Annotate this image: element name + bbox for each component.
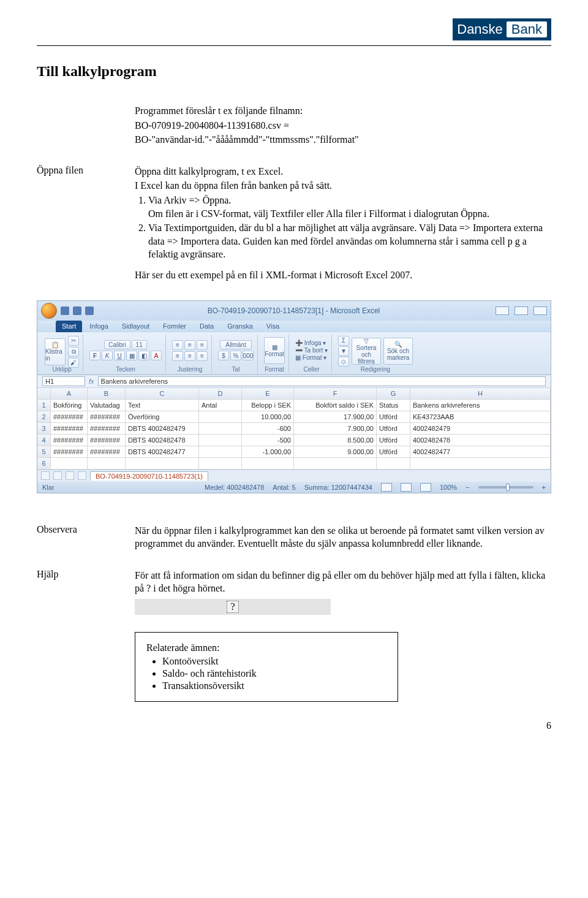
underline-button[interactable]: U xyxy=(114,351,125,360)
bold-button[interactable]: F xyxy=(89,351,100,360)
autosum-icon[interactable]: Σ xyxy=(338,336,349,346)
cell[interactable]: ######## xyxy=(88,411,126,422)
zoom-in-icon[interactable]: + xyxy=(542,484,546,491)
sheet-nav-prev[interactable] xyxy=(53,471,62,480)
currency-icon[interactable]: $ xyxy=(218,351,229,360)
cell[interactable]: KE43723AAB xyxy=(410,411,551,422)
cell[interactable]: 7.900,00 xyxy=(294,423,377,434)
cell[interactable]: DBTS 4002482478 xyxy=(126,435,199,446)
cell[interactable] xyxy=(410,458,551,469)
col-E[interactable]: E xyxy=(242,388,294,399)
cell[interactable]: DBTS 4002482477 xyxy=(126,446,199,457)
align-center-icon[interactable]: ≡ xyxy=(184,351,195,361)
cell[interactable] xyxy=(377,458,410,469)
help-icon[interactable]: ? xyxy=(227,601,239,613)
col-F[interactable]: F xyxy=(294,388,377,399)
cell[interactable]: 4002482478 xyxy=(410,435,551,446)
copy-icon[interactable]: ⧉ xyxy=(68,347,79,357)
cell[interactable]: Valutadag xyxy=(88,400,126,411)
view-pagebreak-icon[interactable] xyxy=(420,483,431,492)
find-select-button[interactable]: 🔍Sök och markera xyxy=(383,338,413,365)
cell[interactable]: Bankens arkivreferens xyxy=(410,400,551,411)
cell[interactable]: Utförd xyxy=(377,411,410,422)
tab-formler[interactable]: Formler xyxy=(157,321,192,332)
format-as-table-button[interactable]: ▦Format xyxy=(264,337,285,364)
cell[interactable]: ######## xyxy=(51,446,88,457)
cell[interactable] xyxy=(199,423,242,434)
cell[interactable]: 4002482477 xyxy=(410,446,551,457)
col-B[interactable]: B xyxy=(88,388,126,399)
sheet-nav-last[interactable] xyxy=(78,471,86,480)
minimize-button[interactable] xyxy=(496,306,509,315)
cell[interactable] xyxy=(88,458,126,469)
fill-icon[interactable]: ▼ xyxy=(338,346,349,356)
cell[interactable] xyxy=(199,435,242,446)
qat-undo-icon[interactable] xyxy=(73,306,81,315)
cell[interactable]: ######## xyxy=(88,435,126,446)
cell[interactable]: 8.500,00 xyxy=(294,435,377,446)
cell[interactable] xyxy=(242,458,294,469)
align-left-icon[interactable]: ≡ xyxy=(172,351,183,361)
fx-icon[interactable]: fx xyxy=(89,378,94,385)
col-A[interactable]: A xyxy=(51,388,88,399)
cell[interactable]: 17.900,00 xyxy=(294,411,377,422)
cell[interactable]: ######## xyxy=(88,423,126,434)
sheet-tab[interactable]: BO-704919-20090710-11485723(1) xyxy=(90,471,208,481)
paste-button[interactable]: 📋Klistra in xyxy=(45,338,66,365)
sheet-nav-first[interactable] xyxy=(41,471,50,480)
tab-start[interactable]: Start xyxy=(56,321,82,332)
cells-insert[interactable]: ➕ Infoga ▾ xyxy=(295,340,326,346)
cells-format[interactable]: ▦ Format ▾ xyxy=(295,354,326,361)
tab-data[interactable]: Data xyxy=(194,321,220,332)
row-header[interactable]: 2 xyxy=(37,411,51,422)
tab-infoga[interactable]: Infoga xyxy=(83,321,115,332)
border-button[interactable]: ▦ xyxy=(126,351,137,360)
cell[interactable]: Bokfört saldo i SEK xyxy=(294,400,377,411)
row-header[interactable]: 6 xyxy=(37,458,51,469)
formula-input[interactable]: Bankens arkivreferens xyxy=(98,376,546,386)
zoom-out-icon[interactable]: − xyxy=(466,484,469,491)
cell[interactable]: Utförd xyxy=(377,423,410,434)
view-normal-icon[interactable] xyxy=(381,483,392,492)
cell[interactable]: Status xyxy=(377,400,410,411)
cell[interactable]: -500 xyxy=(242,435,294,446)
col-H[interactable]: H xyxy=(410,388,551,399)
cell[interactable]: 9.000,00 xyxy=(294,446,377,457)
cell[interactable]: -600 xyxy=(242,423,294,434)
cell[interactable]: Överföring xyxy=(126,411,199,422)
qat-save-icon[interactable] xyxy=(61,306,69,315)
office-button[interactable] xyxy=(41,303,57,319)
name-box[interactable]: H1 xyxy=(42,376,85,386)
cell[interactable]: 4002482479 xyxy=(410,423,551,434)
cell[interactable]: Belopp i SEK xyxy=(242,400,294,411)
row-header[interactable]: 4 xyxy=(37,435,51,446)
cell[interactable]: Utförd xyxy=(377,435,410,446)
cell[interactable]: -1.000,00 xyxy=(242,446,294,457)
cell[interactable] xyxy=(199,411,242,422)
cell[interactable]: Utförd xyxy=(377,446,410,457)
tab-visa[interactable]: Visa xyxy=(260,321,285,332)
align-right-icon[interactable]: ≡ xyxy=(197,351,208,361)
align-middle-icon[interactable]: ≡ xyxy=(184,340,195,350)
cut-icon[interactable]: ✂ xyxy=(68,336,79,346)
percent-icon[interactable]: % xyxy=(230,351,241,360)
row-header[interactable]: 1 xyxy=(37,400,51,411)
cell[interactable]: DBTS 4002482479 xyxy=(126,423,199,434)
row-header[interactable]: 5 xyxy=(37,446,51,457)
cell[interactable] xyxy=(199,446,242,457)
cell[interactable] xyxy=(51,458,88,469)
select-all-corner[interactable] xyxy=(37,388,51,399)
cell[interactable]: Bokföring xyxy=(51,400,88,411)
cell[interactable]: 10.000,00 xyxy=(242,411,294,422)
sheet-nav-next[interactable] xyxy=(66,471,74,480)
sort-filter-button[interactable]: ▽Sortera och filtrera xyxy=(352,338,381,365)
close-button[interactable] xyxy=(533,306,547,315)
cell[interactable]: Antal xyxy=(199,400,242,411)
cell[interactable]: ######## xyxy=(51,423,88,434)
thousands-icon[interactable]: 000 xyxy=(243,351,254,360)
clear-icon[interactable]: ◇ xyxy=(338,357,349,367)
maximize-button[interactable] xyxy=(514,306,528,315)
italic-button[interactable]: K xyxy=(102,351,113,360)
cells-delete[interactable]: ➖ Ta bort ▾ xyxy=(295,347,328,354)
font-size-combo[interactable]: 11 xyxy=(132,340,147,349)
